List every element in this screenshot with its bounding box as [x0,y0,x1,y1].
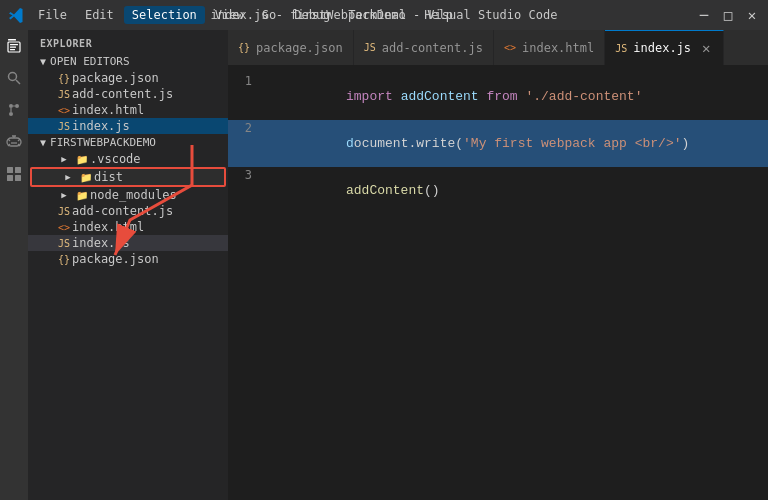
tab-package-json-label: package.json [256,41,343,55]
tab-bar: {} package.json JS add-content.js <> ind… [228,30,768,65]
open-editors-chevron: ▼ [40,56,46,67]
window-controls: ─ □ ✕ [696,7,760,23]
open-editor-index-html[interactable]: <> index.html [28,102,228,118]
svg-point-7 [9,104,13,108]
folder-icon-nm: 📁 [74,190,90,201]
debug-activity-icon[interactable] [2,130,26,154]
token-call: () [424,183,440,198]
node-modules-folder[interactable]: ▶ 📁 node_modules [28,187,228,203]
chevron-right-icon-nm: ▶ [56,190,72,200]
file-index-js-label: index.js [72,236,130,250]
line-number-3: 3 [228,168,268,182]
svg-rect-3 [10,47,16,48]
js-icon-4: JS [56,238,72,249]
chevron-right-icon-dist: ▶ [60,172,76,182]
tab-add-content[interactable]: JS add-content.js [354,30,494,65]
open-editor-index-js-label: index.js [72,119,130,133]
token-str-2: 'My first webpack app <br/>' [463,136,681,151]
html-icon-2: <> [56,222,72,233]
code-line-1: 1 import addContent from './add-content' [228,73,768,120]
tab-index-html-label: index.html [522,41,594,55]
source-control-activity-icon[interactable] [2,98,26,122]
svg-line-10 [8,139,10,141]
search-activity-icon[interactable] [2,66,26,90]
dist-folder[interactable]: ▶ 📁 dist [30,167,226,187]
token-d: d [346,136,354,151]
tab-js-icon-2: JS [615,43,627,54]
vscode-folder-label: .vscode [90,152,141,166]
tab-index-html[interactable]: <> index.html [494,30,605,65]
token-import: import [346,89,401,104]
svg-line-6 [16,80,20,84]
svg-point-8 [15,104,19,108]
js-icon: JS [56,89,72,100]
explorer-activity-icon[interactable] [2,34,26,58]
folder-icon-vscode: 📁 [74,154,90,165]
open-editors-label: OPEN EDITORS [50,55,129,68]
sidebar: EXPLORER ▼ OPEN EDITORS {} package.json … [28,30,228,500]
line-content-3: addContent() [268,168,440,213]
dist-folder-label: dist [94,170,123,184]
token-ocument: ocument.write( [354,136,463,151]
svg-rect-0 [8,39,16,41]
svg-rect-17 [7,175,13,181]
tab-close-button[interactable]: ✕ [699,41,713,55]
menu-selection[interactable]: Selection [124,6,205,24]
open-editor-package-json[interactable]: {} package.json [28,70,228,86]
file-index-html-label: index.html [72,220,144,234]
file-index-html[interactable]: <> index.html [28,219,228,235]
svg-rect-2 [10,44,18,45]
svg-point-9 [9,112,13,116]
tab-add-content-label: add-content.js [382,41,483,55]
svg-rect-18 [15,175,21,181]
open-editor-index-html-label: index.html [72,103,144,117]
extensions-activity-icon[interactable] [2,162,26,186]
vscode-folder[interactable]: ▶ 📁 .vscode [28,151,228,167]
editor-content[interactable]: 1 import addContent from './add-content'… [228,65,768,500]
activity-bar [0,30,28,500]
firstwebpackdemo-label: FIRSTWEBPACKDEMO [50,136,156,149]
open-editor-index-js[interactable]: JS index.js [28,118,228,134]
file-package-json-label: package.json [72,252,159,266]
open-editor-add-content-label: add-content.js [72,87,173,101]
firstwebpackdemo-section[interactable]: ▼ FIRSTWEBPACKDEMO [28,134,228,151]
svg-rect-4 [10,49,15,50]
file-add-content[interactable]: JS add-content.js [28,203,228,219]
file-index-js[interactable]: JS index.js [28,235,228,251]
code-line-2: 2 document.write('My first webpack app <… [228,120,768,167]
json-icon-2: {} [56,254,72,265]
tab-package-json[interactable]: {} package.json [228,30,354,65]
code-line-3: 3 addContent() [228,167,768,214]
maximize-button[interactable]: □ [720,7,736,23]
title-bar: File Edit Selection View Go Debug Termin… [0,0,768,30]
line-content-1: import addContent from './add-content' [268,74,642,119]
chevron-right-icon: ▶ [56,154,72,164]
svg-point-5 [9,73,17,81]
menu-edit[interactable]: Edit [77,6,122,24]
token-str-1: './add-content' [525,89,642,104]
file-add-content-label: add-content.js [72,204,173,218]
minimize-button[interactable]: ─ [696,7,712,23]
tab-index-js-label: index.js [633,41,691,55]
vscode-logo [8,7,24,23]
menu-file[interactable]: File [30,6,75,24]
file-package-json[interactable]: {} package.json [28,251,228,267]
line-number-1: 1 [228,74,268,88]
open-editor-add-content[interactable]: JS add-content.js [28,86,228,102]
open-editor-package-json-label: package.json [72,71,159,85]
line-number-2: 2 [228,121,268,135]
main-layout: EXPLORER ▼ OPEN EDITORS {} package.json … [0,30,768,500]
js-icon-3: JS [56,206,72,217]
line-content-2: document.write('My first webpack app <br… [268,121,689,166]
open-editors-section[interactable]: ▼ OPEN EDITORS [28,53,228,70]
js-icon-2: JS [56,121,72,132]
close-button[interactable]: ✕ [744,7,760,23]
window-title: index.js - firstWebpackDemo - Visual Stu… [211,8,558,22]
html-icon: <> [56,105,72,116]
tab-json-icon: {} [238,42,250,53]
tab-index-js[interactable]: JS index.js ✕ [605,30,724,65]
token-fn: addContent [346,183,424,198]
svg-rect-16 [15,167,21,173]
firstwebpackdemo-chevron: ▼ [40,137,46,148]
node-modules-label: node_modules [90,188,177,202]
